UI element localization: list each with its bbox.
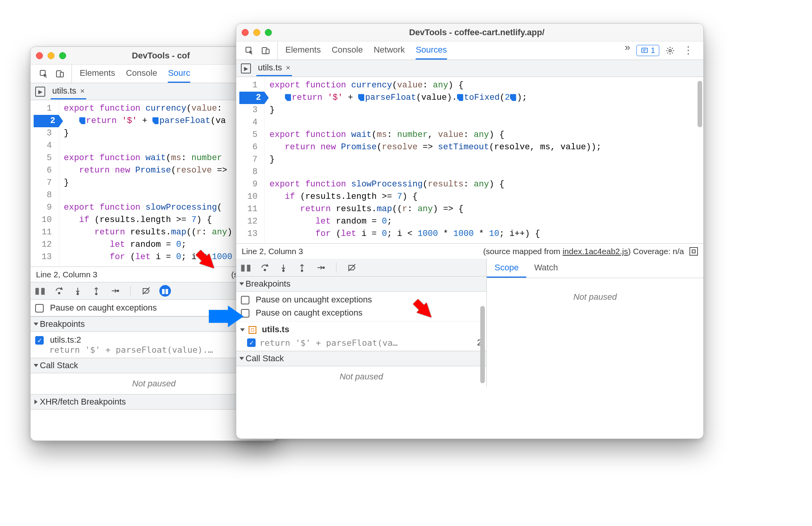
- main-tabbar: Elements Console Network Sources » 1 ⋮: [236, 41, 703, 60]
- file-tab-label: utils.ts: [258, 63, 282, 73]
- pause-uncaught-row: Pause on uncaught exceptions: [236, 292, 486, 308]
- close-icon[interactable]: ×: [80, 87, 85, 96]
- breakpoint-checkbox[interactable]: ✓: [247, 338, 256, 347]
- cursor-position: Line 2, Column 3: [36, 270, 97, 279]
- svg-point-17: [301, 270, 303, 272]
- gear-icon[interactable]: [665, 45, 676, 56]
- scrollbar-thumb[interactable]: [480, 306, 485, 383]
- breakpoint-checkbox[interactable]: ✓: [35, 336, 44, 345]
- debugger-toolbar: ▮▮: [236, 259, 486, 277]
- callstack-not-paused: Not paused: [236, 366, 486, 387]
- device-toolbar-icon[interactable]: [55, 68, 65, 79]
- svg-point-4: [77, 293, 78, 295]
- deactivate-breakpoints-icon[interactable]: [141, 285, 152, 296]
- breakpoints-header[interactable]: Breakpoints: [236, 277, 486, 292]
- source-map-link[interactable]: index.1ac4eab2.js: [563, 247, 628, 256]
- deactivate-breakpoints-icon[interactable]: [346, 262, 357, 273]
- device-toolbar-icon[interactable]: [260, 45, 271, 56]
- debugger-panes: ▮▮ Breakpoints Pause on uncaught excepti…: [236, 259, 703, 387]
- file-icon: [249, 326, 256, 334]
- tab-elements[interactable]: Elements: [80, 65, 115, 83]
- pause-caught-label: Pause on caught exceptions: [50, 303, 157, 313]
- tab-sources[interactable]: Sources: [416, 41, 447, 60]
- step-icon[interactable]: [315, 262, 326, 273]
- scrollbar-thumb[interactable]: [698, 81, 702, 127]
- svg-point-14: [669, 50, 671, 52]
- step-out-icon[interactable]: [297, 262, 307, 273]
- navigator-toggle-icon[interactable]: ▶: [35, 87, 45, 97]
- step-icon[interactable]: [109, 285, 120, 296]
- code-editor[interactable]: 12345678910111213 export function curren…: [236, 77, 703, 243]
- step-into-icon[interactable]: [278, 262, 289, 273]
- svg-rect-10: [266, 49, 269, 54]
- panel-tabs: Elements Console Sourc: [76, 65, 190, 83]
- scope-not-paused: Not paused: [487, 278, 703, 307]
- inspect-element-icon[interactable]: [38, 68, 49, 79]
- tab-sources[interactable]: Sourc: [168, 65, 190, 83]
- close-icon[interactable]: ×: [286, 63, 290, 72]
- breakpoint-location: utils.ts:2: [50, 335, 81, 345]
- svg-point-16: [283, 270, 284, 272]
- tab-watch[interactable]: Watch: [526, 259, 566, 278]
- svg-point-6: [117, 290, 119, 292]
- step-into-icon[interactable]: [72, 285, 83, 296]
- svg-point-18: [323, 267, 324, 268]
- more-tabs-icon[interactable]: »: [622, 41, 632, 60]
- breakpoint-file-row[interactable]: utils.ts: [236, 321, 486, 338]
- file-tab-label: utils.ts: [52, 86, 76, 96]
- pause-uncaught-checkbox[interactable]: [241, 296, 249, 304]
- expand-icon[interactable]: [689, 247, 698, 256]
- pause-icon[interactable]: ▮▮: [35, 285, 46, 296]
- tab-console[interactable]: Console: [126, 65, 157, 83]
- line-gutter[interactable]: 12345678910111213: [31, 100, 59, 266]
- file-tabbar: ▶ utils.ts ×: [236, 60, 703, 77]
- panel-tabs: Elements Console Network Sources: [281, 41, 447, 60]
- step-over-icon[interactable]: [54, 285, 65, 296]
- callstack-header[interactable]: Call Stack: [236, 351, 486, 366]
- file-tab-utils[interactable]: utils.ts ×: [51, 84, 86, 99]
- issues-badge[interactable]: 1: [636, 45, 659, 56]
- kebab-menu-icon[interactable]: ⋮: [681, 44, 696, 56]
- pause-uncaught-label: Pause on uncaught exceptions: [256, 295, 372, 304]
- code-area[interactable]: export function currency(value: any) { r…: [265, 77, 703, 243]
- issues-count: 1: [651, 46, 655, 55]
- editor-statusbar: Line 2, Column 3 (source mapped from ind…: [236, 243, 703, 259]
- scope-watch-tabs: Scope Watch: [487, 259, 703, 278]
- breakpoint-code: return '$' + parseFloat(va…: [259, 338, 477, 348]
- cursor-position: Line 2, Column 3: [242, 247, 303, 256]
- breakpoint-file: utils.ts: [262, 324, 289, 334]
- svg-rect-11: [641, 48, 647, 53]
- line-gutter[interactable]: 12345678910111213: [236, 77, 265, 243]
- svg-point-3: [58, 292, 60, 294]
- close-window-icon[interactable]: [36, 52, 43, 59]
- tab-console[interactable]: Console: [332, 41, 363, 60]
- source-map-info: (source mapped from index.1ac4eab2.js) C…: [483, 247, 684, 256]
- file-tab-utils[interactable]: utils.ts ×: [256, 60, 292, 76]
- svg-rect-2: [60, 72, 63, 77]
- tab-elements[interactable]: Elements: [285, 41, 321, 60]
- titlebar[interactable]: DevTools - coffee-cart.netlify.app/: [236, 24, 703, 41]
- navigator-toggle-icon[interactable]: ▶: [241, 63, 251, 73]
- close-window-icon[interactable]: [242, 29, 249, 36]
- tab-scope[interactable]: Scope: [487, 259, 526, 278]
- pause-caught-label: Pause on caught exceptions: [256, 308, 362, 318]
- step-over-icon[interactable]: [259, 262, 270, 273]
- tab-network[interactable]: Network: [374, 41, 405, 60]
- window-title: DevTools - coffee-cart.netlify.app/: [256, 27, 698, 38]
- pause-caught-checkbox[interactable]: [35, 304, 44, 313]
- inspect-element-icon[interactable]: [244, 45, 255, 56]
- breakpoint-item[interactable]: ✓ return '$' + parseFloat(va… 2: [236, 338, 486, 351]
- pause-icon[interactable]: ▮▮: [241, 262, 252, 273]
- pause-caught-row: Pause on caught exceptions: [236, 308, 486, 321]
- svg-point-15: [264, 269, 266, 271]
- devtools-window-new: DevTools - coffee-cart.netlify.app/ Elem…: [236, 23, 704, 439]
- step-out-icon[interactable]: [91, 285, 102, 296]
- svg-point-5: [96, 293, 97, 295]
- pause-on-exceptions-icon[interactable]: ▮▮: [159, 285, 171, 297]
